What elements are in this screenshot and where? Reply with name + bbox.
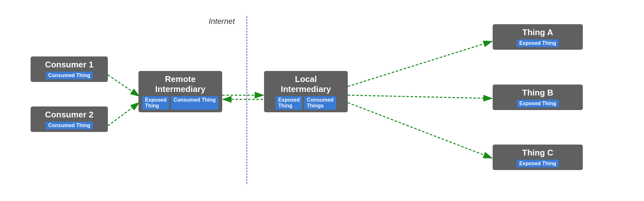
- internet-label: Internet: [209, 17, 235, 26]
- consumer2-node: Consumer 2 Consumed Thing: [31, 106, 108, 132]
- arrow-consumer2-remote: [108, 103, 139, 126]
- local-intermediary-badges: ExposedThing ConsumedThings: [276, 96, 336, 110]
- diagram: Internet Consumer 1 Consumed Thing Consu…: [0, 0, 644, 201]
- local-intermediary-node: LocalIntermediary ExposedThing ConsumedT…: [264, 71, 348, 112]
- local-intermediary-title: LocalIntermediary: [281, 74, 331, 94]
- thing-b-title: Thing B: [522, 88, 554, 98]
- thing-c-title: Thing C: [522, 148, 554, 158]
- internet-line: [246, 16, 247, 184]
- consumer1-node: Consumer 1 Consumed Thing: [31, 56, 108, 82]
- remote-intermediary-title: RemoteIntermediary: [155, 74, 205, 94]
- arrow-local-thingb: [348, 95, 492, 98]
- remote-intermediary-consumed-badge: Consumed Thing: [171, 96, 218, 110]
- thing-c-badge: Exposed Thing: [517, 160, 559, 167]
- arrow-consumer1-remote: [108, 75, 139, 96]
- arrow-local-thingc: [348, 103, 492, 158]
- consumer2-badge: Consumed Thing: [46, 122, 93, 129]
- local-intermediary-exposed-badge: ExposedThing: [276, 96, 302, 110]
- thing-a-title: Thing A: [522, 27, 553, 37]
- local-intermediary-consumed-badge: ConsumedThings: [304, 96, 336, 110]
- remote-intermediary-node: RemoteIntermediary ExposedThing Consumed…: [138, 71, 222, 112]
- arrow-local-thinga: [348, 41, 492, 86]
- thing-a-badge: Exposed Thing: [517, 39, 559, 47]
- consumer1-badge: Consumed Thing: [46, 72, 93, 79]
- thing-b-badge: Exposed Thing: [517, 100, 559, 107]
- consumer2-title: Consumer 2: [45, 110, 93, 120]
- thing-a-node: Thing A Exposed Thing: [493, 24, 583, 50]
- thing-c-node: Thing C Exposed Thing: [493, 145, 583, 170]
- thing-b-node: Thing B Exposed Thing: [493, 85, 583, 110]
- remote-intermediary-badges: ExposedThing Consumed Thing: [142, 96, 218, 110]
- consumer1-title: Consumer 1: [45, 60, 93, 70]
- remote-intermediary-exposed-badge: ExposedThing: [142, 96, 169, 110]
